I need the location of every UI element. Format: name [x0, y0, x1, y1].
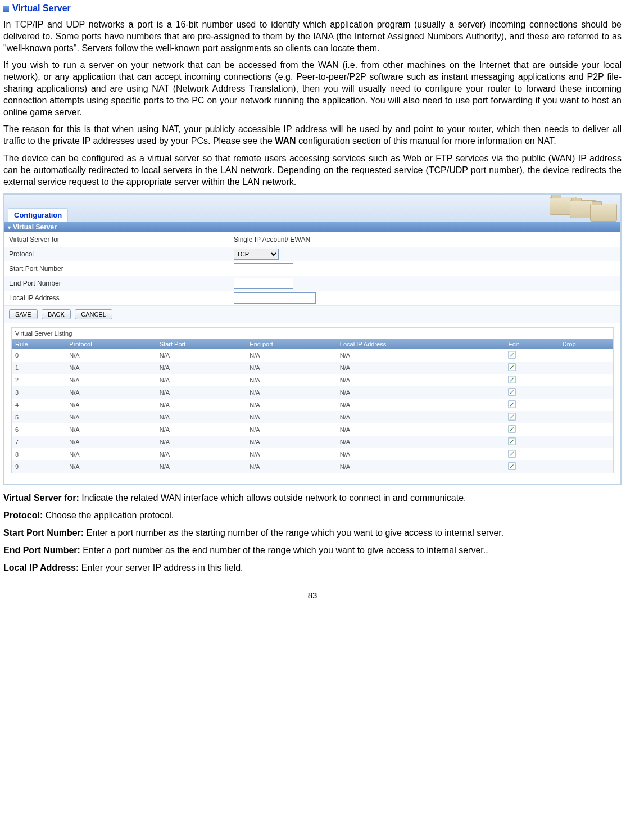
edit-icon[interactable]: [508, 450, 516, 458]
label-protocol: Protocol: [9, 250, 234, 258]
cell-drop: [559, 399, 613, 411]
cell-local: N/A: [337, 362, 505, 374]
cell-local: N/A: [337, 436, 505, 448]
end-port-input[interactable]: [234, 278, 293, 289]
cell-drop: [559, 374, 613, 386]
button-row: SAVE BACK CANCEL: [4, 305, 620, 323]
def-label-3: Start Port Number:: [3, 528, 84, 538]
edit-icon[interactable]: [508, 388, 516, 396]
cell-drop: [559, 362, 613, 374]
cell-end: N/A: [246, 436, 337, 448]
cell-rule: 8: [12, 448, 66, 460]
listing-table: Rule Protocol Start Port End port Local …: [12, 339, 613, 473]
config-screenshot: Configuration ▾Virtual Server Virtual Se…: [3, 193, 622, 485]
cell-end: N/A: [246, 386, 337, 399]
def-text-2: Choose the application protocol.: [43, 511, 174, 520]
config-tab[interactable]: Configuration: [8, 208, 68, 222]
cell-edit: [505, 386, 559, 399]
label-end-port: End Port Number: [9, 279, 234, 287]
def-start-port: Start Port Number: Enter a port number a…: [3, 527, 622, 539]
def-virtual-server-for: Virtual Server for: Indicate the related…: [3, 493, 622, 504]
cell-local: N/A: [337, 448, 505, 460]
cancel-button[interactable]: CANCEL: [75, 309, 112, 319]
hdr-edit: Edit: [505, 339, 559, 349]
cell-start: N/A: [156, 460, 247, 473]
row-local-ip: Local IP Address: [4, 291, 620, 305]
back-button[interactable]: BACK: [42, 309, 71, 319]
cell-drop: [559, 349, 613, 362]
cell-edit: [505, 349, 559, 362]
label-local-ip: Local IP Address: [9, 294, 234, 302]
table-row: 0N/AN/AN/AN/A: [12, 349, 613, 362]
cell-protocol: N/A: [66, 374, 156, 386]
edit-icon[interactable]: [508, 351, 516, 359]
chevron-down-icon: ▾: [8, 224, 11, 231]
start-port-input[interactable]: [234, 263, 293, 274]
cell-drop: [559, 436, 613, 448]
local-ip-input[interactable]: [234, 292, 316, 304]
protocol-select[interactable]: TCP: [234, 249, 279, 260]
table-row: 8N/AN/AN/AN/A: [12, 448, 613, 460]
label-start-port: Start Port Number: [9, 265, 234, 273]
edit-icon[interactable]: [508, 363, 516, 371]
section-title: Virtual Server: [3, 3, 622, 13]
cell-rule: 9: [12, 460, 66, 473]
cell-start: N/A: [156, 423, 247, 436]
cell-end: N/A: [246, 423, 337, 436]
cell-edit: [505, 423, 559, 436]
cell-start: N/A: [156, 374, 247, 386]
form-area: Virtual Server for Single IP Account/ EW…: [4, 232, 620, 473]
paragraph-3: The reason for this is that when using N…: [3, 124, 622, 147]
def-text-3: Enter a port number as the starting numb…: [84, 528, 503, 538]
edit-icon[interactable]: [508, 462, 516, 470]
cell-protocol: N/A: [66, 436, 156, 448]
save-button[interactable]: SAVE: [9, 309, 38, 319]
hdr-local: Local IP Address: [337, 339, 505, 349]
cell-protocol: N/A: [66, 460, 156, 473]
cell-edit: [505, 374, 559, 386]
edit-icon[interactable]: [508, 400, 516, 408]
table-row: 3N/AN/AN/AN/A: [12, 386, 613, 399]
p3-part-c: configuration section of this manual for…: [296, 136, 556, 146]
cell-protocol: N/A: [66, 411, 156, 423]
edit-icon[interactable]: [508, 413, 516, 421]
cell-start: N/A: [156, 411, 247, 423]
table-row: 9N/AN/AN/AN/A: [12, 460, 613, 473]
cell-protocol: N/A: [66, 349, 156, 362]
def-label-1: Virtual Server for:: [3, 493, 79, 503]
cell-local: N/A: [337, 423, 505, 436]
edit-icon[interactable]: [508, 376, 516, 383]
def-label-4: End Port Number:: [3, 545, 80, 555]
cell-end: N/A: [246, 448, 337, 460]
cell-local: N/A: [337, 349, 505, 362]
cell-start: N/A: [156, 399, 247, 411]
edit-icon[interactable]: [508, 425, 516, 433]
cell-rule: 5: [12, 411, 66, 423]
cell-drop: [559, 411, 613, 423]
cell-drop: [559, 423, 613, 436]
row-virtual-server-for: Virtual Server for Single IP Account/ EW…: [4, 232, 620, 247]
folder-icon: [590, 204, 617, 222]
def-label-2: Protocol:: [3, 511, 43, 520]
cell-protocol: N/A: [66, 423, 156, 436]
table-row: 2N/AN/AN/AN/A: [12, 374, 613, 386]
virtual-server-bar[interactable]: ▾Virtual Server: [4, 222, 620, 232]
cell-local: N/A: [337, 411, 505, 423]
cell-end: N/A: [246, 349, 337, 362]
cell-rule: 1: [12, 362, 66, 374]
hdr-rule: Rule: [12, 339, 66, 349]
row-end-port: End Port Number: [4, 276, 620, 291]
def-label-5: Local IP Address:: [3, 563, 79, 572]
cell-rule: 0: [12, 349, 66, 362]
cell-start: N/A: [156, 436, 247, 448]
listing-title: Virtual Server Listing: [12, 328, 613, 339]
table-row: 4N/AN/AN/AN/A: [12, 399, 613, 411]
cell-local: N/A: [337, 399, 505, 411]
edit-icon[interactable]: [508, 437, 516, 445]
label-virtual-server-for: Virtual Server for: [9, 236, 234, 243]
cell-local: N/A: [337, 460, 505, 473]
cell-drop: [559, 448, 613, 460]
def-local-ip: Local IP Address: Enter your server IP a…: [3, 562, 622, 574]
hdr-drop: Drop: [559, 339, 613, 349]
paragraph-4: The device can be configured as a virtua…: [3, 153, 622, 188]
